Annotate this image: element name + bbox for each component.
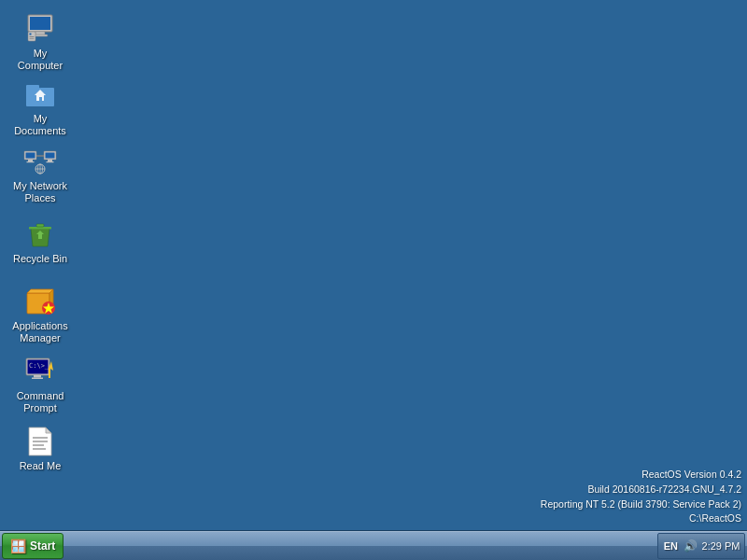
my-documents-label: My Documents [11,113,69,137]
command-prompt-label: Command Prompt [11,390,69,414]
svg-rect-7 [30,38,35,39]
read-me-label: Read Me [20,460,62,472]
language-indicator: EN [662,540,680,552]
command-prompt-image: C:\>_ [23,354,57,387]
start-logo: 🪟 [10,539,26,553]
svg-rect-26 [29,227,51,230]
svg-rect-27 [36,224,44,227]
recycle-bin-icon[interactable]: Recycle Bin [7,213,73,269]
volume-icon: 🔊 [684,539,698,553]
svg-rect-5 [30,34,32,35]
my-network-places-label: My Network Places [11,180,69,204]
desktop: My Computer My Documents [0,0,747,530]
svg-rect-6 [30,36,35,37]
applications-manager-icon[interactable]: Applications Manager [7,280,73,348]
my-documents-image [23,77,57,110]
svg-rect-14 [26,153,35,159]
svg-text:C:\>_: C:\>_ [29,362,49,370]
svg-rect-16 [27,161,35,162]
clock: 2:29 PM [701,540,740,552]
start-button[interactable]: 🪟 Start [2,533,63,559]
svg-rect-35 [32,378,43,380]
my-network-places-icon[interactable]: My Network Places [7,140,73,208]
applications-manager-image [23,284,57,317]
my-computer-label: My Computer [11,48,69,72]
start-label: Start [30,539,55,553]
recycle-bin-label: Recycle Bin [13,253,67,265]
recycle-bin-image [23,217,57,250]
version-line-3: Reporting NT 5.2 (Build 3790: Service Pa… [541,497,741,512]
svg-rect-9 [26,85,39,90]
svg-rect-19 [48,160,52,161]
version-line-4: C:\ReactOS [541,511,741,526]
svg-rect-15 [28,160,33,161]
command-prompt-icon[interactable]: C:\>_ Command Prompt [7,350,73,418]
my-documents-icon[interactable]: My Documents [7,73,73,141]
version-info: ReactOS Version 0.4.2 Build 20160816-r72… [541,468,741,526]
svg-rect-1 [30,17,50,30]
svg-rect-18 [46,153,55,159]
svg-rect-2 [35,32,45,35]
my-computer-image [23,11,57,45]
my-computer-icon[interactable]: My Computer [7,7,73,76]
read-me-image [23,424,57,457]
svg-rect-12 [39,97,42,101]
version-line-1: ReactOS Version 0.4.2 [541,468,741,483]
system-tray: EN 🔊 2:29 PM [657,533,745,559]
applications-manager-label: Applications Manager [11,320,69,344]
my-network-places-image [23,144,57,177]
svg-rect-20 [47,161,54,162]
read-me-icon[interactable]: Read Me [7,420,73,476]
version-line-2: Build 20160816-r72234.GNU_4.7.2 [541,483,741,497]
svg-rect-34 [34,375,41,378]
taskbar: 🪟 Start EN 🔊 2:29 PM [0,530,747,560]
